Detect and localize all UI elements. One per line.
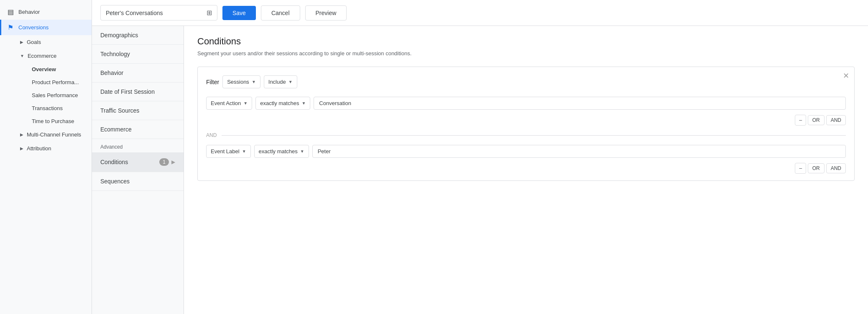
category-ecommerce[interactable]: Ecommerce xyxy=(92,120,184,139)
conditions-panel: Conditions Segment your users and/or the… xyxy=(184,26,868,314)
or-button-2[interactable]: OR xyxy=(808,163,825,173)
sidebar-overview[interactable]: Overview xyxy=(13,63,92,76)
header-bar: ⊞ Save Cancel Preview xyxy=(92,0,868,26)
sidebar-transactions[interactable]: Transactions xyxy=(13,102,92,115)
include-dropdown[interactable]: Include ▼ xyxy=(264,75,297,88)
event-action-dropdown[interactable]: Event Action ▼ xyxy=(206,97,252,110)
filter-block: ✕ Filter Sessions ▼ Include ▼ Event Ac xyxy=(197,67,855,181)
preview-button[interactable]: Preview xyxy=(305,5,347,21)
sessions-dropdown-arrow: ▼ xyxy=(252,80,256,84)
event-label-arrow: ▼ xyxy=(242,149,246,154)
category-behavior[interactable]: Behavior xyxy=(92,64,184,82)
filter-label: Filter xyxy=(206,79,219,85)
save-button[interactable]: Save xyxy=(222,6,256,20)
sidebar-item-behavior[interactable]: ▤ Behavior xyxy=(0,4,92,20)
sidebar-sales-performance[interactable]: Sales Performance xyxy=(13,89,92,102)
sidebar-time-to-purchase[interactable]: Time to Purchase xyxy=(13,115,92,128)
sidebar-sub-menu: ▶ Goals ▼ Ecommerce Overview Product Per… xyxy=(0,35,92,155)
goals-arrow: ▶ xyxy=(20,40,23,44)
sidebar-item-conversions[interactable]: ⚑ Conversions xyxy=(0,20,92,35)
cancel-button[interactable]: Cancel xyxy=(261,5,300,21)
category-date-of-first-session[interactable]: Date of First Session xyxy=(92,82,184,101)
ecommerce-arrow: ▼ xyxy=(20,54,24,58)
or-button-1[interactable]: OR xyxy=(808,115,825,125)
conditions-arrow: ▶ xyxy=(171,159,175,165)
include-dropdown-arrow: ▼ xyxy=(288,80,293,84)
segment-name-field[interactable]: ⊞ xyxy=(100,5,217,21)
multi-channel-arrow: ▶ xyxy=(20,132,23,137)
row-actions-1: − OR AND xyxy=(206,115,846,126)
category-sequences[interactable]: Sequences xyxy=(92,172,184,191)
category-conditions[interactable]: Conditions 1 ▶ xyxy=(92,152,184,172)
sidebar-multi-channel[interactable]: ▶ Multi-Channel Funnels xyxy=(13,128,92,142)
match-type-arrow-2: ▼ xyxy=(300,149,304,154)
category-traffic-sources[interactable]: Traffic Sources xyxy=(92,101,184,120)
conditions-subtitle: Segment your users and/or their sessions… xyxy=(197,50,855,57)
conditions-title: Conditions xyxy=(197,36,855,47)
filter-row-1: Event Action ▼ exactly matches ▼ xyxy=(206,97,846,110)
remove-row-2-button[interactable]: − xyxy=(795,163,806,174)
segment-name-input[interactable] xyxy=(106,10,203,16)
attribution-arrow: ▶ xyxy=(20,146,23,151)
filter-row-2: Event Label ▼ exactly matches ▼ xyxy=(206,145,846,158)
category-technology[interactable]: Technology xyxy=(92,45,184,64)
sidebar: ▤ Behavior ⚑ Conversions ▶ Goals ▼ Ecomm… xyxy=(0,0,92,314)
content-area: Demographics Technology Behavior Date of… xyxy=(92,26,868,314)
match-type-arrow-1: ▼ xyxy=(301,101,306,106)
event-label-dropdown[interactable]: Event Label ▼ xyxy=(206,145,251,158)
match-type-dropdown-2[interactable]: exactly matches ▼ xyxy=(254,145,309,158)
category-demographics[interactable]: Demographics xyxy=(92,26,184,45)
filter-value-input-2[interactable] xyxy=(312,145,846,158)
copy-icon: ⊞ xyxy=(207,9,212,17)
sidebar-attribution[interactable]: ▶ Attribution xyxy=(13,142,92,155)
remove-row-1-button[interactable]: − xyxy=(795,115,806,126)
sidebar-goals[interactable]: ▶ Goals xyxy=(13,35,92,49)
behavior-icon: ▤ xyxy=(7,8,14,16)
and-divider: AND xyxy=(206,132,846,138)
filter-close-button[interactable]: ✕ xyxy=(843,72,849,80)
advanced-section-label: Advanced xyxy=(92,139,184,152)
filter-header: Filter Sessions ▼ Include ▼ xyxy=(206,75,846,88)
filter-value-input-1[interactable] xyxy=(314,97,846,110)
sidebar-ecommerce[interactable]: ▼ Ecommerce xyxy=(13,49,92,63)
row-actions-2: − OR AND xyxy=(206,163,846,174)
segment-categories: Demographics Technology Behavior Date of… xyxy=(92,26,184,314)
sessions-dropdown[interactable]: Sessions ▼ xyxy=(222,75,260,88)
conditions-badge: 1 xyxy=(159,158,169,166)
sidebar-product-performance[interactable]: Product Performa... xyxy=(13,76,92,89)
main-area: ⊞ Save Cancel Preview Demographics Techn… xyxy=(92,0,868,314)
event-action-arrow: ▼ xyxy=(243,101,248,106)
and-button-2[interactable]: AND xyxy=(826,163,846,173)
match-type-dropdown-1[interactable]: exactly matches ▼ xyxy=(255,97,310,110)
conversions-icon: ⚑ xyxy=(7,23,14,31)
and-button-1[interactable]: AND xyxy=(826,115,846,125)
